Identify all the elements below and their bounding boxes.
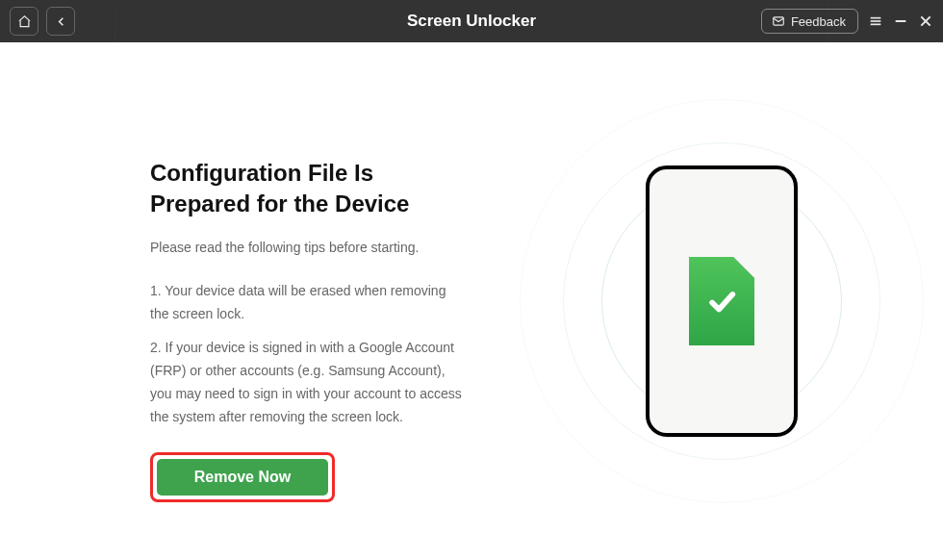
- page-heading: Configuration File Is Prepared for the D…: [150, 158, 462, 220]
- back-button[interactable]: [46, 7, 75, 36]
- app-title: Screen Unlocker: [407, 12, 536, 31]
- page-subtitle: Please read the following tips before st…: [150, 240, 462, 255]
- close-button[interactable]: [918, 13, 933, 29]
- illustration-area: [500, 42, 943, 560]
- home-button[interactable]: [10, 7, 38, 36]
- feedback-button[interactable]: Feedback: [761, 9, 858, 34]
- mail-icon: [772, 14, 785, 28]
- remove-now-highlight: Remove Now: [150, 452, 335, 502]
- tip-2: 2. If your device is signed in with a Go…: [150, 337, 462, 428]
- home-icon: [17, 14, 32, 29]
- remove-now-button[interactable]: Remove Now: [157, 459, 328, 496]
- close-icon: [918, 13, 933, 29]
- menu-button[interactable]: [868, 13, 883, 29]
- chevron-left-icon: [54, 14, 68, 29]
- feedback-label: Feedback: [791, 14, 846, 29]
- minimize-icon: [893, 13, 908, 29]
- title-bar: Screen Unlocker Feedback: [0, 0, 943, 42]
- tip-1: 1. Your device data will be erased when …: [150, 280, 462, 326]
- check-icon: [705, 285, 738, 318]
- phone-illustration: [646, 165, 798, 437]
- document-check-icon: [689, 257, 754, 345]
- menu-icon: [868, 13, 883, 30]
- main-content: Configuration File Is Prepared for the D…: [0, 42, 943, 560]
- minimize-button[interactable]: [893, 13, 908, 29]
